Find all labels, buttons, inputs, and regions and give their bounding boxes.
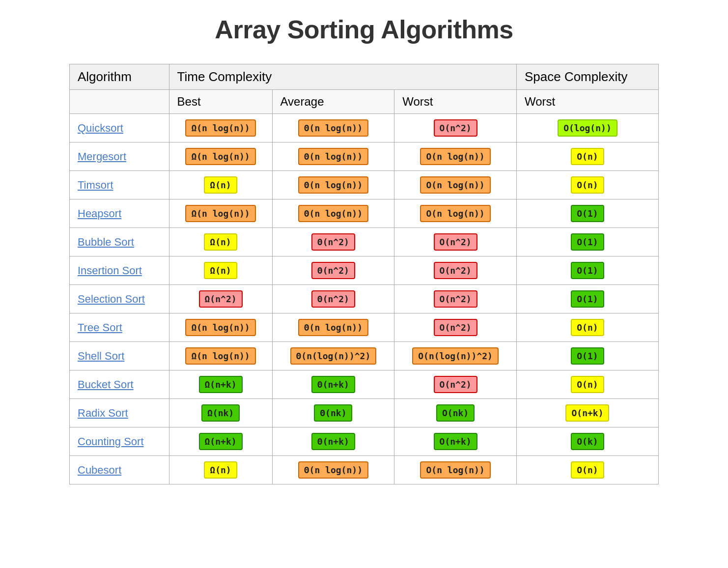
average-badge: Θ(n log(n)) [298, 176, 368, 194]
worst-badge: O(n^2) [434, 262, 477, 279]
average-cell: Θ(n log(n)) [272, 199, 394, 228]
average-badge: Θ(n log(n)) [298, 319, 368, 336]
table-row: Shell SortΩ(n log(n))Θ(n(log(n))^2)O(n(l… [70, 342, 659, 370]
average-cell: Θ(n log(n)) [272, 456, 394, 484]
algo-name-cell[interactable]: Timsort [70, 171, 169, 199]
worst-cell: O(n^2) [394, 370, 517, 399]
average-badge: Θ(n log(n)) [298, 148, 368, 165]
space-badge: O(k) [571, 433, 604, 450]
best-badge: Ω(n log(n)) [185, 347, 255, 365]
worst-badge: O(n^2) [434, 376, 477, 393]
best-badge: Ω(n log(n)) [185, 205, 255, 222]
best-cell: Ω(n log(n)) [169, 114, 272, 142]
algo-name-cell[interactable]: Bubble Sort [70, 228, 169, 256]
worst-cell: O(n^2) [394, 285, 517, 313]
best-cell: Ω(n) [169, 228, 272, 256]
space-cell: O(n) [516, 456, 658, 484]
average-badge: Θ(n(log(n))^2) [290, 347, 377, 365]
space-badge: O(1) [571, 347, 604, 365]
best-cell: Ω(n^2) [169, 285, 272, 313]
best-cell: Ω(n) [169, 256, 272, 285]
average-badge: Θ(n log(n)) [298, 119, 368, 137]
best-badge: Ω(n log(n)) [185, 319, 255, 336]
worst-cell: O(n+k) [394, 427, 517, 456]
algo-name-cell[interactable]: Tree Sort [70, 313, 169, 342]
average-cell: Θ(n log(n)) [272, 114, 394, 142]
best-badge: Ω(n) [204, 262, 237, 279]
header-row-2: Best Average Worst Worst [70, 90, 659, 114]
algo-name-cell[interactable]: Quicksort [70, 114, 169, 142]
average-cell: Θ(n log(n)) [272, 142, 394, 171]
table-row: Selection SortΩ(n^2)Θ(n^2)O(n^2)O(1) [70, 285, 659, 313]
subheader-empty [70, 90, 169, 114]
worst-badge: O(n log(n)) [420, 205, 490, 222]
space-cell: O(n) [516, 142, 658, 171]
algo-name-cell[interactable]: Selection Sort [70, 285, 169, 313]
best-cell: Ω(n log(n)) [169, 142, 272, 171]
best-badge: Ω(n^2) [199, 290, 243, 308]
table-body: QuicksortΩ(n log(n))Θ(n log(n))O(n^2)O(l… [70, 114, 659, 484]
page-title: Array Sorting Algorithms [215, 15, 513, 44]
algo-name-cell[interactable]: Radix Sort [70, 399, 169, 427]
subheader-worst-space: Worst [516, 90, 658, 114]
space-cell: O(k) [516, 427, 658, 456]
worst-cell: O(n^2) [394, 313, 517, 342]
algo-name-cell[interactable]: Counting Sort [70, 427, 169, 456]
best-cell: Ω(n log(n)) [169, 199, 272, 228]
space-badge: O(n) [571, 148, 604, 165]
best-badge: Ω(n log(n)) [185, 119, 255, 137]
algo-name-cell[interactable]: Insertion Sort [70, 256, 169, 285]
best-badge: Ω(n) [204, 233, 237, 251]
algo-name-cell[interactable]: Cubesort [70, 456, 169, 484]
worst-cell: O(n log(n)) [394, 456, 517, 484]
worst-cell: O(n log(n)) [394, 142, 517, 171]
col-algorithm: Algorithm [70, 64, 169, 90]
space-badge: O(n) [571, 461, 604, 479]
header-row-1: Algorithm Time Complexity Space Complexi… [70, 64, 659, 90]
worst-badge: O(n^2) [434, 233, 477, 251]
table-row: Radix SortΩ(nk)Θ(nk)O(nk)O(n+k) [70, 399, 659, 427]
average-cell: Θ(nk) [272, 399, 394, 427]
average-cell: Θ(n^2) [272, 228, 394, 256]
table-row: CubesortΩ(n)Θ(n log(n))O(n log(n))O(n) [70, 456, 659, 484]
worst-cell: O(n log(n)) [394, 199, 517, 228]
average-cell: Θ(n+k) [272, 427, 394, 456]
worst-badge: O(nk) [436, 404, 475, 422]
table-row: Tree SortΩ(n log(n))Θ(n log(n))O(n^2)O(n… [70, 313, 659, 342]
space-badge: O(n) [571, 376, 604, 393]
table-row: MergesortΩ(n log(n))Θ(n log(n))O(n log(n… [70, 142, 659, 171]
algo-name-cell[interactable]: Heapsort [70, 199, 169, 228]
space-cell: O(1) [516, 256, 658, 285]
space-cell: O(1) [516, 285, 658, 313]
col-time-complexity: Time Complexity [169, 64, 516, 90]
sorting-table: Algorithm Time Complexity Space Complexi… [69, 64, 659, 484]
best-badge: Ω(n) [204, 176, 237, 194]
best-cell: Ω(nk) [169, 399, 272, 427]
average-cell: Θ(n^2) [272, 285, 394, 313]
worst-cell: O(n^2) [394, 114, 517, 142]
space-cell: O(1) [516, 199, 658, 228]
average-cell: Θ(n(log(n))^2) [272, 342, 394, 370]
algo-name-cell[interactable]: Mergesort [70, 142, 169, 171]
average-cell: Θ(n log(n)) [272, 171, 394, 199]
table-row: Bucket SortΩ(n+k)Θ(n+k)O(n^2)O(n) [70, 370, 659, 399]
algo-name-cell[interactable]: Shell Sort [70, 342, 169, 370]
best-cell: Ω(n+k) [169, 370, 272, 399]
worst-badge: O(n+k) [434, 433, 477, 450]
worst-badge: O(n log(n)) [420, 176, 490, 194]
worst-badge: O(n^2) [434, 290, 477, 308]
subheader-worst-time: Worst [394, 90, 517, 114]
algo-name-cell[interactable]: Bucket Sort [70, 370, 169, 399]
space-cell: O(n+k) [516, 399, 658, 427]
worst-badge: O(n^2) [434, 319, 477, 336]
space-cell: O(1) [516, 342, 658, 370]
worst-badge: O(n log(n)) [420, 148, 490, 165]
table-row: Counting SortΩ(n+k)Θ(n+k)O(n+k)O(k) [70, 427, 659, 456]
best-badge: Ω(n+k) [199, 433, 243, 450]
space-badge: O(log(n)) [558, 119, 617, 137]
worst-cell: O(nk) [394, 399, 517, 427]
worst-badge: O(n^2) [434, 119, 477, 137]
average-badge: Θ(n^2) [311, 290, 355, 308]
best-cell: Ω(n+k) [169, 427, 272, 456]
space-cell: O(log(n)) [516, 114, 658, 142]
